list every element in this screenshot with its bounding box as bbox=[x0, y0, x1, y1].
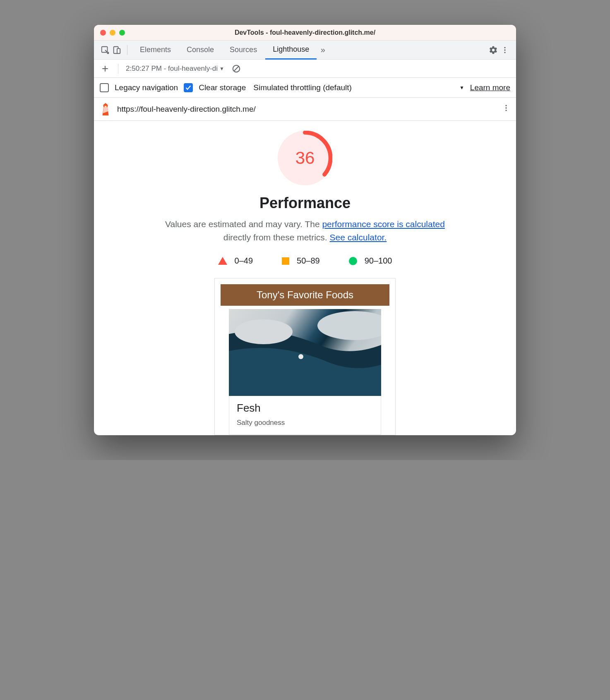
legend-average: 50–89 bbox=[282, 256, 320, 266]
lighthouse-report: 36 Performance Values are estimated and … bbox=[94, 121, 516, 435]
legend-label: 50–89 bbox=[297, 256, 320, 266]
report-menu-icon[interactable] bbox=[502, 104, 510, 115]
gear-icon[interactable] bbox=[488, 45, 499, 55]
lighthouse-icon bbox=[100, 103, 111, 115]
svg-point-4 bbox=[504, 49, 505, 50]
report-url-row: https://foul-heavenly-direction.glitch.m… bbox=[94, 98, 516, 121]
report-url: https://foul-heavenly-direction.glitch.m… bbox=[117, 105, 496, 114]
lighthouse-options: Legacy navigation Clear storage Simulate… bbox=[94, 78, 516, 98]
tab-sources[interactable]: Sources bbox=[222, 41, 264, 60]
clear-storage-label: Clear storage bbox=[199, 83, 246, 92]
report-selector-label: 2:50:27 PM - foul-heavenly-di bbox=[126, 65, 218, 73]
legend-fail: 0–49 bbox=[218, 256, 253, 266]
tab-label: Console bbox=[187, 46, 214, 54]
chevron-down-icon: ▼ bbox=[219, 66, 224, 72]
tab-label: Lighthouse bbox=[273, 45, 309, 54]
svg-point-17 bbox=[317, 311, 381, 340]
screenshot-header: Tony's Favorite Foods bbox=[221, 284, 389, 306]
svg-point-14 bbox=[505, 110, 507, 111]
square-icon bbox=[282, 257, 289, 265]
throttling-label: Simulated throttling (default) bbox=[253, 83, 352, 92]
svg-point-5 bbox=[504, 52, 505, 53]
item-subtitle: Salty goodness bbox=[237, 419, 373, 427]
calculator-link[interactable]: See calculator. bbox=[329, 233, 387, 242]
circle-icon bbox=[349, 257, 357, 265]
svg-point-18 bbox=[298, 354, 303, 359]
new-report-button[interactable] bbox=[100, 63, 110, 74]
legend-label: 90–100 bbox=[365, 256, 392, 266]
tab-elements[interactable]: Elements bbox=[132, 41, 178, 60]
kebab-menu-icon[interactable] bbox=[500, 45, 510, 55]
device-toggle-icon[interactable] bbox=[111, 45, 122, 55]
devtools-window: DevTools - foul-heavenly-direction.glitc… bbox=[94, 25, 516, 435]
report-selector[interactable]: 2:50:27 PM - foul-heavenly-di ▼ bbox=[126, 65, 224, 73]
svg-point-13 bbox=[505, 107, 507, 108]
legacy-navigation-checkbox[interactable] bbox=[100, 83, 109, 92]
learn-more-link[interactable]: Learn more bbox=[470, 83, 510, 92]
item-title: Fesh bbox=[237, 402, 373, 415]
screenshot-card: Fesh Salty goodness bbox=[229, 396, 381, 435]
performance-gauge: 36 bbox=[278, 131, 332, 185]
legacy-navigation-label: Legacy navigation bbox=[115, 83, 178, 92]
svg-point-12 bbox=[505, 105, 507, 106]
page-screenshot: Tony's Favorite Foods Fesh Sal bbox=[214, 278, 396, 435]
triangle-icon bbox=[218, 257, 227, 265]
svg-point-16 bbox=[235, 319, 293, 344]
svg-rect-11 bbox=[105, 105, 107, 107]
separator bbox=[118, 64, 118, 74]
tab-label: Sources bbox=[230, 46, 257, 54]
separator bbox=[127, 45, 127, 55]
category-title: Performance bbox=[104, 194, 506, 212]
category-description: Values are estimated and may vary. The p… bbox=[148, 218, 462, 244]
more-tabs-icon[interactable]: » bbox=[317, 45, 328, 55]
devtools-tabstrip: Elements Console Sources Lighthouse » bbox=[94, 41, 516, 60]
svg-rect-2 bbox=[117, 48, 120, 53]
tab-lighthouse[interactable]: Lighthouse bbox=[265, 41, 317, 60]
legend-label: 0–49 bbox=[235, 256, 253, 266]
window-title: DevTools - foul-heavenly-direction.glitc… bbox=[94, 29, 516, 36]
svg-line-9 bbox=[234, 66, 239, 71]
clear-storage-checkbox[interactable] bbox=[184, 83, 193, 92]
legend-pass: 90–100 bbox=[349, 256, 392, 266]
screenshot-image bbox=[229, 309, 381, 396]
chevron-down-icon[interactable]: ▼ bbox=[459, 85, 464, 91]
tab-console[interactable]: Console bbox=[179, 41, 221, 60]
performance-score: 36 bbox=[278, 131, 332, 185]
clear-button[interactable] bbox=[232, 64, 241, 73]
svg-point-3 bbox=[504, 47, 505, 48]
score-doc-link[interactable]: performance score is calculated bbox=[322, 219, 444, 229]
tab-label: Elements bbox=[140, 46, 171, 54]
inspect-icon[interactable] bbox=[100, 45, 110, 55]
titlebar: DevTools - foul-heavenly-direction.glitc… bbox=[94, 25, 516, 41]
score-legend: 0–49 50–89 90–100 bbox=[104, 256, 506, 266]
lighthouse-subbar: 2:50:27 PM - foul-heavenly-di ▼ bbox=[94, 60, 516, 78]
